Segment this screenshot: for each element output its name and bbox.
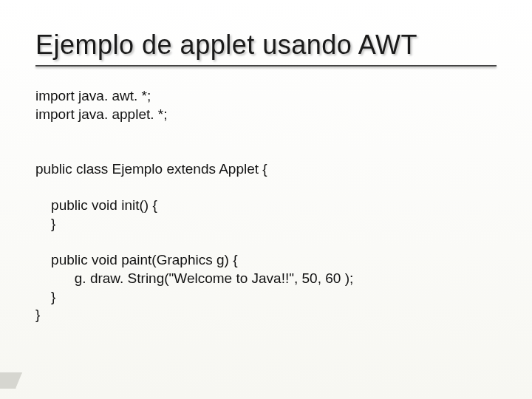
code-block: import java. awt. *; import java. applet…: [35, 87, 497, 324]
corner-notch-icon: [0, 372, 22, 389]
slide-title: Ejemplo de applet usando AWT: [35, 30, 497, 61]
slide: Ejemplo de applet usando AWT import java…: [0, 0, 532, 399]
title-underline: [35, 65, 497, 66]
